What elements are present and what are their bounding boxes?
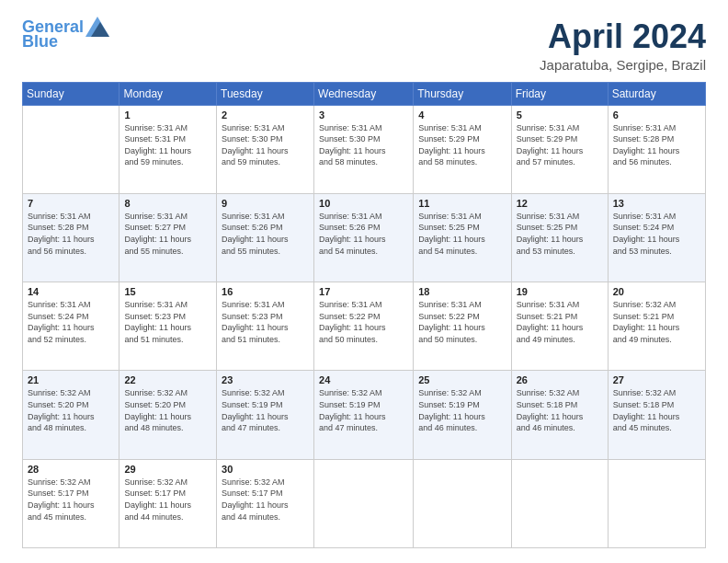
calendar-week-row: 1Sunrise: 5:31 AM Sunset: 5:31 PM Daylig…: [23, 105, 706, 193]
day-number: 2: [222, 109, 309, 121]
header-thursday: Thursday: [414, 82, 512, 105]
day-info: Sunrise: 5:31 AM Sunset: 5:25 PM Dayligh…: [517, 211, 603, 257]
logo: General Blue: [22, 18, 109, 52]
day-number: 18: [418, 286, 506, 297]
calendar-week-row: 28Sunrise: 5:32 AM Sunset: 5:17 PM Dayli…: [23, 459, 706, 547]
page: General Blue April 2024 Japaratuba, Serg…: [0, 0, 728, 563]
table-row: 21Sunrise: 5:32 AM Sunset: 5:20 PM Dayli…: [23, 371, 119, 459]
header: General Blue April 2024 Japaratuba, Serg…: [22, 18, 706, 73]
table-row: [414, 459, 512, 547]
calendar-week-row: 7Sunrise: 5:31 AM Sunset: 5:28 PM Daylig…: [23, 193, 706, 282]
title-section: April 2024 Japaratuba, Sergipe, Brazil: [540, 18, 706, 73]
table-row: 10Sunrise: 5:31 AM Sunset: 5:26 PM Dayli…: [314, 193, 414, 282]
table-row: 3Sunrise: 5:31 AM Sunset: 5:30 PM Daylig…: [314, 105, 414, 193]
table-row: 20Sunrise: 5:32 AM Sunset: 5:21 PM Dayli…: [608, 282, 705, 371]
day-number: 28: [28, 464, 114, 475]
day-number: 11: [418, 198, 506, 209]
table-row: 27Sunrise: 5:32 AM Sunset: 5:18 PM Dayli…: [608, 371, 705, 459]
table-row: 12Sunrise: 5:31 AM Sunset: 5:25 PM Dayli…: [511, 193, 608, 282]
day-info: Sunrise: 5:31 AM Sunset: 5:25 PM Dayligh…: [418, 211, 506, 257]
day-number: 27: [613, 374, 700, 385]
table-row: [23, 105, 119, 193]
day-number: 19: [517, 286, 603, 297]
day-number: 10: [319, 198, 408, 209]
table-row: 26Sunrise: 5:32 AM Sunset: 5:18 PM Dayli…: [511, 371, 608, 459]
day-number: 20: [613, 286, 700, 297]
calendar-week-row: 14Sunrise: 5:31 AM Sunset: 5:24 PM Dayli…: [23, 282, 706, 371]
table-row: [608, 459, 705, 547]
day-number: 17: [319, 286, 408, 297]
table-row: 16Sunrise: 5:31 AM Sunset: 5:23 PM Dayli…: [217, 282, 314, 371]
day-info: Sunrise: 5:32 AM Sunset: 5:19 PM Dayligh…: [418, 387, 506, 433]
day-number: 9: [222, 198, 309, 209]
header-sunday: Sunday: [23, 82, 119, 105]
day-info: Sunrise: 5:32 AM Sunset: 5:18 PM Dayligh…: [517, 387, 603, 433]
table-row: 9Sunrise: 5:31 AM Sunset: 5:26 PM Daylig…: [217, 193, 314, 282]
day-info: Sunrise: 5:31 AM Sunset: 5:26 PM Dayligh…: [222, 211, 309, 257]
table-row: [511, 459, 608, 547]
table-row: 24Sunrise: 5:32 AM Sunset: 5:19 PM Dayli…: [314, 371, 414, 459]
table-row: 15Sunrise: 5:31 AM Sunset: 5:23 PM Dayli…: [119, 282, 217, 371]
day-number: 13: [613, 198, 700, 209]
day-info: Sunrise: 5:31 AM Sunset: 5:22 PM Dayligh…: [319, 299, 408, 345]
day-number: 4: [418, 109, 506, 121]
calendar-body: 1Sunrise: 5:31 AM Sunset: 5:31 PM Daylig…: [23, 105, 706, 547]
day-info: Sunrise: 5:31 AM Sunset: 5:29 PM Dayligh…: [517, 122, 603, 168]
header-saturday: Saturday: [608, 82, 705, 105]
table-row: 11Sunrise: 5:31 AM Sunset: 5:25 PM Dayli…: [414, 193, 512, 282]
day-info: Sunrise: 5:32 AM Sunset: 5:20 PM Dayligh…: [28, 387, 114, 433]
table-row: 25Sunrise: 5:32 AM Sunset: 5:19 PM Dayli…: [414, 371, 512, 459]
logo-line2: Blue: [22, 33, 58, 52]
day-number: 8: [124, 198, 211, 209]
table-row: 14Sunrise: 5:31 AM Sunset: 5:24 PM Dayli…: [23, 282, 119, 371]
header-wednesday: Wednesday: [314, 82, 414, 105]
table-row: 18Sunrise: 5:31 AM Sunset: 5:22 PM Dayli…: [414, 282, 512, 371]
day-info: Sunrise: 5:32 AM Sunset: 5:19 PM Dayligh…: [222, 387, 309, 433]
day-info: Sunrise: 5:32 AM Sunset: 5:21 PM Dayligh…: [613, 299, 700, 345]
day-info: Sunrise: 5:31 AM Sunset: 5:31 PM Dayligh…: [124, 122, 211, 168]
day-number: 16: [222, 286, 309, 297]
day-number: 7: [28, 198, 114, 209]
day-number: 3: [319, 109, 408, 121]
header-tuesday: Tuesday: [217, 82, 314, 105]
table-row: [314, 459, 414, 547]
month-title: April 2024: [540, 18, 706, 55]
day-info: Sunrise: 5:32 AM Sunset: 5:17 PM Dayligh…: [124, 477, 211, 523]
day-info: Sunrise: 5:31 AM Sunset: 5:28 PM Dayligh…: [613, 122, 700, 168]
calendar-week-row: 21Sunrise: 5:32 AM Sunset: 5:20 PM Dayli…: [23, 371, 706, 459]
table-row: 4Sunrise: 5:31 AM Sunset: 5:29 PM Daylig…: [414, 105, 512, 193]
calendar-table: Sunday Monday Tuesday Wednesday Thursday…: [22, 82, 706, 548]
day-info: Sunrise: 5:32 AM Sunset: 5:18 PM Dayligh…: [613, 387, 700, 433]
day-info: Sunrise: 5:31 AM Sunset: 5:27 PM Dayligh…: [124, 211, 211, 257]
day-info: Sunrise: 5:32 AM Sunset: 5:20 PM Dayligh…: [124, 387, 211, 433]
day-info: Sunrise: 5:31 AM Sunset: 5:24 PM Dayligh…: [613, 211, 700, 257]
day-number: 14: [28, 286, 114, 297]
day-info: Sunrise: 5:31 AM Sunset: 5:24 PM Dayligh…: [28, 299, 114, 345]
header-monday: Monday: [119, 82, 217, 105]
day-info: Sunrise: 5:31 AM Sunset: 5:22 PM Dayligh…: [418, 299, 506, 345]
day-number: 6: [613, 109, 700, 121]
day-info: Sunrise: 5:32 AM Sunset: 5:19 PM Dayligh…: [319, 387, 408, 433]
day-info: Sunrise: 5:31 AM Sunset: 5:23 PM Dayligh…: [222, 299, 309, 345]
calendar-header-row: Sunday Monday Tuesday Wednesday Thursday…: [23, 82, 706, 105]
location: Japaratuba, Sergipe, Brazil: [540, 57, 706, 73]
table-row: 5Sunrise: 5:31 AM Sunset: 5:29 PM Daylig…: [511, 105, 608, 193]
day-number: 1: [124, 109, 211, 121]
day-info: Sunrise: 5:32 AM Sunset: 5:17 PM Dayligh…: [28, 477, 114, 523]
table-row: 8Sunrise: 5:31 AM Sunset: 5:27 PM Daylig…: [119, 193, 217, 282]
table-row: 22Sunrise: 5:32 AM Sunset: 5:20 PM Dayli…: [119, 371, 217, 459]
table-row: 19Sunrise: 5:31 AM Sunset: 5:21 PM Dayli…: [511, 282, 608, 371]
table-row: 2Sunrise: 5:31 AM Sunset: 5:30 PM Daylig…: [217, 105, 314, 193]
table-row: 1Sunrise: 5:31 AM Sunset: 5:31 PM Daylig…: [119, 105, 217, 193]
day-info: Sunrise: 5:31 AM Sunset: 5:26 PM Dayligh…: [319, 211, 408, 257]
day-info: Sunrise: 5:31 AM Sunset: 5:30 PM Dayligh…: [222, 122, 309, 168]
logo-icon: [85, 17, 109, 37]
day-number: 23: [222, 374, 309, 385]
table-row: 17Sunrise: 5:31 AM Sunset: 5:22 PM Dayli…: [314, 282, 414, 371]
table-row: 29Sunrise: 5:32 AM Sunset: 5:17 PM Dayli…: [119, 459, 217, 547]
table-row: 30Sunrise: 5:32 AM Sunset: 5:17 PM Dayli…: [217, 459, 314, 547]
day-number: 25: [418, 374, 506, 385]
table-row: 28Sunrise: 5:32 AM Sunset: 5:17 PM Dayli…: [23, 459, 119, 547]
day-number: 26: [517, 374, 603, 385]
day-number: 24: [319, 374, 408, 385]
